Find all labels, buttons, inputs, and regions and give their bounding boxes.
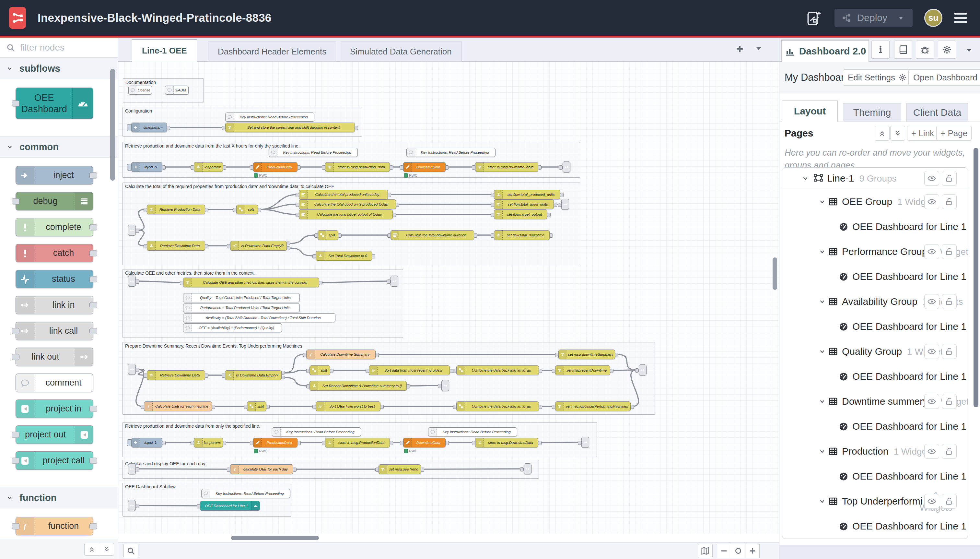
- flow-node-h-li[interactable]: [128, 463, 136, 475]
- palette-node-link-out[interactable]: link out: [16, 347, 93, 366]
- node-port[interactable]: [89, 523, 97, 529]
- node-port-in[interactable]: [250, 165, 253, 170]
- node-port-in[interactable]: [552, 369, 556, 373]
- flow-node-f-sdown[interactable]: store in msg.DowntimeData: [475, 438, 538, 447]
- node-port-in[interactable]: [387, 233, 391, 238]
- node-port-in[interactable]: [144, 374, 147, 378]
- node-port-in[interactable]: [144, 208, 147, 212]
- node-port-out[interactable]: [406, 384, 410, 389]
- flow-node-c-ki4[interactable]: Key Instructions: Read Before Proceeding: [428, 427, 517, 437]
- deploy-button[interactable]: Deploy: [835, 9, 912, 27]
- palette-node-catch[interactable]: catch: [16, 244, 93, 262]
- chevron-down-icon[interactable]: [818, 397, 827, 406]
- node-port-in[interactable]: [472, 441, 475, 445]
- ai-assistant-icon[interactable]: [806, 9, 823, 26]
- visibility-eye-button[interactable]: [924, 294, 939, 309]
- flow-node-a-lo[interactable]: [563, 162, 570, 172]
- palette-node-inject[interactable]: inject: [16, 166, 93, 185]
- node-port-out-1[interactable]: [287, 241, 290, 245]
- node-port[interactable]: [89, 250, 97, 256]
- node-port-out[interactable]: [330, 369, 333, 373]
- palette-expand-all-button[interactable]: [99, 543, 114, 556]
- flow-list-caret-icon[interactable]: [754, 43, 764, 53]
- node-port-in[interactable]: [295, 213, 299, 217]
- node-port[interactable]: [89, 406, 97, 412]
- node-port[interactable]: [89, 172, 97, 179]
- flow-node-n-setstore[interactable]: Set and store the current line and shift…: [225, 122, 355, 132]
- flow-node-e-coee[interactable]: fCalculate OEE for each machine: [144, 402, 212, 411]
- node-port-in[interactable]: [306, 369, 310, 373]
- tree-row-widget-oee-dashboard-for-line-1[interactable]: OEE Dashboard for Line 1: [782, 314, 968, 339]
- flow-node-b-cdur[interactable]: Calculate the total downtime duration: [391, 230, 474, 240]
- flow-node-f-set[interactable]: Set params: [194, 438, 223, 447]
- flow-node-f-sprod[interactable]: store in msg.ProductionData: [325, 438, 390, 447]
- minimap-button[interactable]: [698, 544, 713, 558]
- palette-collapse-all-button[interactable]: [84, 543, 99, 556]
- node-port[interactable]: [12, 328, 20, 334]
- node-port-in[interactable]: [472, 165, 475, 170]
- node-port-out[interactable]: [630, 405, 634, 409]
- flow-node-a-inject[interactable]: inject ↻: [131, 162, 162, 172]
- chevron-down-icon[interactable]: [818, 447, 827, 456]
- flow-node-d-lo[interactable]: [391, 276, 398, 287]
- node-port-out-1[interactable]: [281, 371, 285, 374]
- unlock-button[interactable]: [942, 171, 957, 186]
- node-port-in[interactable]: [555, 353, 559, 357]
- sidebar-scrollbar[interactable]: [973, 148, 978, 407]
- palette-node-link-in[interactable]: link in: [16, 296, 93, 314]
- node-port-in[interactable]: [491, 193, 494, 197]
- node-port-in[interactable]: [578, 441, 581, 445]
- flow-node-b-zero[interactable]: Set Total Downtime to 0: [316, 251, 372, 261]
- flow-node-i-sub[interactable]: OEE Dashboard for Line 1: [200, 501, 260, 511]
- unlock-button[interactable]: [942, 294, 957, 309]
- palette-node-project-call[interactable]: project call: [16, 452, 93, 470]
- node-port-in[interactable]: [314, 233, 318, 238]
- node-port[interactable]: [89, 276, 97, 282]
- node-port-out[interactable]: [136, 504, 139, 508]
- flow-node-e-lo2[interactable]: [441, 380, 449, 391]
- chevron-down-icon[interactable]: [818, 297, 827, 306]
- node-port-out[interactable]: [162, 165, 166, 170]
- node-port-in[interactable]: [191, 165, 194, 170]
- node-port-in[interactable]: [491, 233, 494, 238]
- flow-canvas[interactable]: DocumentationConfigurationRetrieve produ…: [118, 61, 779, 534]
- node-port-in[interactable]: [491, 203, 494, 207]
- unlock-button[interactable]: [942, 194, 957, 209]
- node-port-out[interactable]: [136, 368, 139, 372]
- node-port-in[interactable]: [312, 405, 316, 409]
- node-port-in[interactable]: [222, 126, 226, 130]
- node-port-in[interactable]: [453, 369, 457, 373]
- tree-row-widget-oee-dashboard-for-line-1[interactable]: OEE Dashboard for Line 1: [782, 214, 968, 239]
- tree-row-widget-oee-dashboard-for-line-1[interactable]: OEE Dashboard for Line 1: [782, 514, 968, 539]
- tree-row-group-downtime-summery[interactable]: Downtime summery1 Widgets: [782, 389, 968, 414]
- palette-category-function[interactable]: function: [0, 487, 118, 508]
- flow-node-h-lo[interactable]: [524, 463, 531, 475]
- chevron-down-icon[interactable]: [801, 174, 810, 182]
- flow-group[interactable]: Retrieve production and downtime data fr…: [122, 142, 580, 178]
- node-port[interactable]: [12, 100, 20, 106]
- node-port[interactable]: [89, 328, 97, 334]
- debug-button[interactable]: [916, 41, 934, 59]
- tree-row-group-availability-group[interactable]: Availability Group1 Widgets: [782, 289, 968, 314]
- node-port-out[interactable]: [375, 353, 379, 357]
- chevron-down-icon[interactable]: [818, 247, 827, 256]
- flow-node-e-comb[interactable]: Combine the data back into an array.: [456, 366, 539, 375]
- node-port[interactable]: [89, 302, 97, 308]
- flow-node-c-readme[interactable]: README: [165, 86, 189, 95]
- flow-node-d-li[interactable]: [128, 276, 136, 287]
- node-port[interactable]: [12, 523, 20, 529]
- flow-node-f-lo[interactable]: [581, 437, 589, 448]
- node-port-out[interactable]: [560, 193, 564, 197]
- unlock-button[interactable]: [942, 344, 957, 359]
- node-port-out-2[interactable]: [281, 376, 285, 379]
- node-port-in[interactable]: [197, 504, 200, 508]
- palette-category-common[interactable]: common: [0, 136, 118, 157]
- node-port-out[interactable]: [547, 213, 551, 217]
- flow-node-c-q[interactable]: Quality = Total Good Units Produced / To…: [183, 293, 300, 302]
- tree-row-widget-oee-dashboard-for-line-1[interactable]: OEE Dashboard for Line 1: [782, 464, 968, 489]
- node-port-out[interactable]: [266, 405, 270, 409]
- node-port-out[interactable]: [445, 165, 449, 170]
- node-port-in[interactable]: [635, 368, 639, 372]
- flow-node-b-split2[interactable]: split: [318, 230, 338, 240]
- flow-node-f-inject[interactable]: inject ↻: [131, 438, 162, 447]
